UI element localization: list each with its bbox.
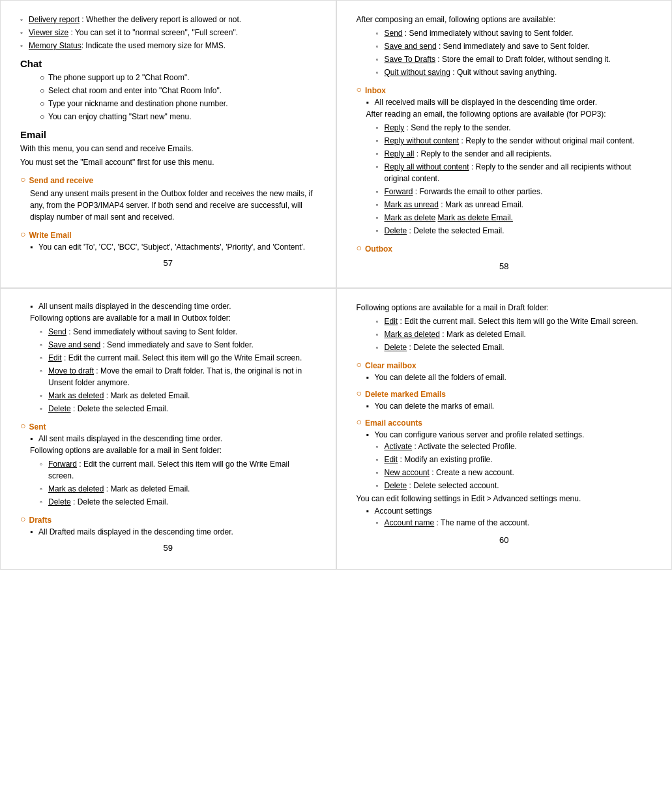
intro-section: ◦ Delivery report : Whether the delivery… [20,14,316,51]
inbox-reply-all: ◦ Reply all : Reply to the sender and al… [376,148,652,160]
inbox-bullet: ○ [357,84,362,95]
page-57: ◦ Delivery report : Whether the delivery… [0,0,336,288]
draft-delete: ◦ Delete : Delete the selected Email. [376,342,652,353]
draft-list: ◦ Edit : Edit the current mail. Select t… [376,315,652,353]
inbox-forward: ◦ Forward : Forwards the email to other … [376,186,652,198]
clear-mailbox-title: Clear mailbox [365,361,416,370]
sent-forward: ◦ Forward : Edit the current mail. Selec… [40,458,316,482]
email-accounts-desc-item: ▪ You can configure various server and p… [366,430,652,439]
chat-list: ○ The phone support up to 2 "Chat Room".… [40,72,316,123]
sent-bullet: ○ [20,420,25,431]
delete-marked-bullet: ○ [357,388,362,398]
delete-marked-desc-item: ▪ You can delete the marks of email. [366,402,652,411]
email-accounts-header: ○ Email accounts [357,415,652,429]
email-title: Email [20,129,316,140]
email-accounts-title: Email accounts [365,418,422,428]
delete-marked-header: ○ Delete marked Emails [357,386,652,400]
memory-status-item: ◦ Memory Status: Indicate the used memor… [20,40,316,51]
ea-new-account: ◦ New account : Create a new account. [376,467,652,478]
compose-list: ◦ Send : Send immediately without saving… [376,27,652,78]
page-number-58: 58 [357,261,652,271]
outbox-header: ○ Outbox [357,241,652,255]
write-email-bullet: ○ [20,229,25,239]
page-number-59: 59 [20,543,316,553]
chat-item-4: ○ You can enjoy chatting "Start new" men… [40,111,316,123]
compose-intro: After composing an email, following opti… [357,14,652,25]
email-accounts-list: ◦ Activate : Activate the selected Profi… [376,441,652,491]
delivery-report-item: ◦ Delivery report : Whether the delivery… [20,14,316,25]
delete-marked-title: Delete marked Emails [365,390,446,399]
write-email-header: ○ Write Email [20,227,316,241]
drafts-title: Drafts [29,516,51,525]
account-name-item: ◦ Account name : The name of the account… [376,517,652,529]
inbox-reply-without-content: ◦ Reply without content : Reply to the s… [376,135,652,147]
sent-header: ○ Sent [20,418,316,433]
outbox-desc-item: ▪ All unsent mails displayed in the desc… [30,302,316,311]
sent-list: ◦ Forward : Edit the current mail. Selec… [40,458,316,508]
drafts-header: ○ Drafts [20,512,316,526]
send-receive-title: Send and receive [29,176,93,185]
edit-settings-desc: You can edit following settings in Edit … [357,493,652,505]
outbox-bullet: ○ [357,242,362,253]
chat-item-1: ○ The phone support up to 2 "Chat Room". [40,72,316,83]
sent-delete: ◦ Delete : Delete the selected Email. [40,496,316,508]
account-settings-item: ▪ Account settings [366,506,652,516]
outbox-send: ◦ Send : Send immediately without saving… [40,326,316,338]
email-desc1: With this menu, you can send and receive… [20,143,316,154]
page-58: After composing an email, following opti… [336,0,673,288]
outbox-save-send: ◦ Save and send : Send immediately and s… [40,339,316,351]
inbox-list: ◦ Reply : Send the reply to the sender. … [376,122,652,237]
ea-edit: ◦ Edit : Modify an existing profile. [376,454,652,465]
send-receive-bullet: ○ [20,174,25,184]
draft-edit: ◦ Edit : Edit the current mail. Select t… [376,315,652,327]
outbox-title: Outbox [365,244,392,254]
sent-desc-item: ▪ All sent mails displayed in the descen… [30,434,316,443]
write-email-item-1: ▪ You can edit 'To', 'CC', 'BCC', 'Subje… [30,242,316,252]
clear-mailbox-desc-item: ▪ You can delete all the folders of emai… [366,373,652,382]
inbox-reply: ◦ Reply : Send the reply to the sender. [376,122,652,134]
drafts-desc-item: ▪ All Drafted mails displayed in the des… [30,527,316,536]
outbox-edit: ◦ Edit : Edit the current mail. Select t… [40,352,316,364]
page-60: Following options are available for a ma… [336,288,673,570]
page-container: ◦ Delivery report : Whether the delivery… [0,0,672,570]
inbox-header: ○ Inbox [357,82,652,96]
inbox-mark-unread: ◦ Mark as unread : Mark as unread Email. [376,199,652,211]
inbox-reply-all-without-content: ◦ Reply all without content : Reply to t… [376,161,652,184]
ea-activate: ◦ Activate : Activate the selected Profi… [376,441,652,452]
send-receive-desc: Send any unsent mails present in the Out… [20,188,316,223]
chat-title: Chat [20,58,316,69]
sent-mark-deleted: ◦ Mark as deleted : Mark as deleted Emai… [40,483,316,495]
outbox-move-draft: ◦ Move to draft : Move the email to Draf… [40,365,316,388]
email-accounts-bullet: ○ [357,417,362,427]
clear-mailbox-header: ○ Clear mailbox [357,357,652,372]
outbox-list: ◦ Send : Send immediately without saving… [40,326,316,415]
compose-item-save-send: ◦ Save and send : Send immediately and s… [376,40,652,52]
page-59: ▪ All unsent mails displayed in the desc… [0,288,336,570]
pages-row-2: ▪ All unsent mails displayed in the desc… [0,288,672,570]
send-receive-header: ○ Send and receive [20,172,316,186]
account-settings-list: ◦ Account name : The name of the account… [376,517,652,529]
compose-item-quit: ◦ Quit without saving : Quit without sav… [376,66,652,78]
draft-intro: Following options are available for a ma… [357,302,652,314]
outbox-delete: ◦ Delete : Delete the selected Email. [40,403,316,415]
sent-options-intro: Following options are available for a ma… [20,445,316,456]
compose-item-save-drafts: ◦ Save To Drafts : Store the email to Dr… [376,53,652,65]
chat-item-3: ○ Type your nickname and destination pho… [40,98,316,110]
outbox-mark-deleted: ◦ Mark as deleted : Mark as deleted Emai… [40,390,316,402]
chat-item-2: ○ Select chat room and enter into "Chat … [40,85,316,96]
write-email-title: Write Email [29,231,71,240]
drafts-bullet: ○ [20,514,25,524]
inbox-desc2: After reading an email, the following op… [357,108,652,120]
email-desc2: You must set the "Email account" first f… [20,156,316,168]
sent-title: Sent [29,422,46,432]
clear-mailbox-bullet: ○ [357,359,362,370]
page-number-57: 57 [20,258,316,268]
pages-row-1: ◦ Delivery report : Whether the delivery… [0,0,672,288]
draft-mark-deleted: ◦ Mark as deleted : Mark as deleted Emai… [376,329,652,340]
inbox-mark-delete: ◦ Mark as delete Mark as delete Email. [376,212,652,224]
ea-delete: ◦ Delete : Delete selected account. [376,480,652,491]
inbox-desc1-item: ▪ All received mails will be displayed i… [366,98,652,107]
outbox-options-intro: Following options are available for a ma… [20,312,316,324]
compose-item-send: ◦ Send : Send immediately without saving… [376,27,652,39]
page-number-60: 60 [357,535,652,545]
